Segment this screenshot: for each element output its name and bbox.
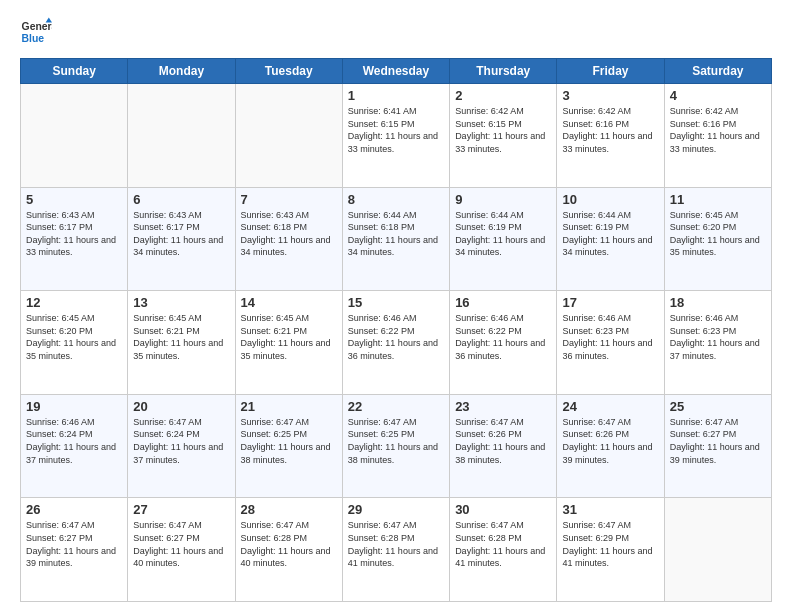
- day-number: 22: [348, 399, 444, 414]
- day-info: Sunrise: 6:44 AM Sunset: 6:19 PM Dayligh…: [562, 209, 658, 259]
- day-number: 12: [26, 295, 122, 310]
- calendar-cell: 30Sunrise: 6:47 AM Sunset: 6:28 PM Dayli…: [450, 498, 557, 602]
- day-info: Sunrise: 6:47 AM Sunset: 6:26 PM Dayligh…: [562, 416, 658, 466]
- calendar-week-row: 26Sunrise: 6:47 AM Sunset: 6:27 PM Dayli…: [21, 498, 772, 602]
- day-info: Sunrise: 6:47 AM Sunset: 6:28 PM Dayligh…: [455, 519, 551, 569]
- day-number: 13: [133, 295, 229, 310]
- calendar-cell: 17Sunrise: 6:46 AM Sunset: 6:23 PM Dayli…: [557, 291, 664, 395]
- day-number: 31: [562, 502, 658, 517]
- weekday-header: Thursday: [450, 59, 557, 84]
- calendar-cell: 15Sunrise: 6:46 AM Sunset: 6:22 PM Dayli…: [342, 291, 449, 395]
- calendar-cell: 25Sunrise: 6:47 AM Sunset: 6:27 PM Dayli…: [664, 394, 771, 498]
- day-number: 1: [348, 88, 444, 103]
- calendar-cell: [235, 84, 342, 188]
- weekday-header-row: SundayMondayTuesdayWednesdayThursdayFrid…: [21, 59, 772, 84]
- day-info: Sunrise: 6:46 AM Sunset: 6:22 PM Dayligh…: [455, 312, 551, 362]
- calendar-cell: 20Sunrise: 6:47 AM Sunset: 6:24 PM Dayli…: [128, 394, 235, 498]
- day-number: 25: [670, 399, 766, 414]
- day-info: Sunrise: 6:47 AM Sunset: 6:26 PM Dayligh…: [455, 416, 551, 466]
- calendar-table: SundayMondayTuesdayWednesdayThursdayFrid…: [20, 58, 772, 602]
- day-info: Sunrise: 6:42 AM Sunset: 6:16 PM Dayligh…: [562, 105, 658, 155]
- day-number: 26: [26, 502, 122, 517]
- calendar-cell: 22Sunrise: 6:47 AM Sunset: 6:25 PM Dayli…: [342, 394, 449, 498]
- day-info: Sunrise: 6:45 AM Sunset: 6:20 PM Dayligh…: [670, 209, 766, 259]
- day-info: Sunrise: 6:44 AM Sunset: 6:19 PM Dayligh…: [455, 209, 551, 259]
- weekday-header: Monday: [128, 59, 235, 84]
- calendar-cell: [664, 498, 771, 602]
- calendar-week-row: 19Sunrise: 6:46 AM Sunset: 6:24 PM Dayli…: [21, 394, 772, 498]
- calendar-cell: 4Sunrise: 6:42 AM Sunset: 6:16 PM Daylig…: [664, 84, 771, 188]
- day-info: Sunrise: 6:41 AM Sunset: 6:15 PM Dayligh…: [348, 105, 444, 155]
- calendar-cell: 2Sunrise: 6:42 AM Sunset: 6:15 PM Daylig…: [450, 84, 557, 188]
- day-number: 29: [348, 502, 444, 517]
- day-info: Sunrise: 6:47 AM Sunset: 6:27 PM Dayligh…: [133, 519, 229, 569]
- day-number: 21: [241, 399, 337, 414]
- day-number: 2: [455, 88, 551, 103]
- calendar-cell: 7Sunrise: 6:43 AM Sunset: 6:18 PM Daylig…: [235, 187, 342, 291]
- day-info: Sunrise: 6:43 AM Sunset: 6:18 PM Dayligh…: [241, 209, 337, 259]
- day-number: 11: [670, 192, 766, 207]
- day-info: Sunrise: 6:43 AM Sunset: 6:17 PM Dayligh…: [26, 209, 122, 259]
- calendar-cell: 31Sunrise: 6:47 AM Sunset: 6:29 PM Dayli…: [557, 498, 664, 602]
- calendar-week-row: 5Sunrise: 6:43 AM Sunset: 6:17 PM Daylig…: [21, 187, 772, 291]
- calendar-cell: 8Sunrise: 6:44 AM Sunset: 6:18 PM Daylig…: [342, 187, 449, 291]
- day-number: 5: [26, 192, 122, 207]
- day-number: 30: [455, 502, 551, 517]
- weekday-header: Tuesday: [235, 59, 342, 84]
- day-number: 4: [670, 88, 766, 103]
- logo: General Blue: [20, 16, 52, 48]
- day-info: Sunrise: 6:42 AM Sunset: 6:15 PM Dayligh…: [455, 105, 551, 155]
- weekday-header: Sunday: [21, 59, 128, 84]
- day-number: 20: [133, 399, 229, 414]
- day-number: 6: [133, 192, 229, 207]
- day-info: Sunrise: 6:47 AM Sunset: 6:25 PM Dayligh…: [348, 416, 444, 466]
- day-number: 23: [455, 399, 551, 414]
- day-info: Sunrise: 6:47 AM Sunset: 6:27 PM Dayligh…: [26, 519, 122, 569]
- header: General Blue: [20, 16, 772, 48]
- calendar-cell: 19Sunrise: 6:46 AM Sunset: 6:24 PM Dayli…: [21, 394, 128, 498]
- day-info: Sunrise: 6:47 AM Sunset: 6:27 PM Dayligh…: [670, 416, 766, 466]
- calendar-cell: 18Sunrise: 6:46 AM Sunset: 6:23 PM Dayli…: [664, 291, 771, 395]
- calendar-cell: 29Sunrise: 6:47 AM Sunset: 6:28 PM Dayli…: [342, 498, 449, 602]
- day-number: 24: [562, 399, 658, 414]
- day-number: 19: [26, 399, 122, 414]
- calendar-cell: 3Sunrise: 6:42 AM Sunset: 6:16 PM Daylig…: [557, 84, 664, 188]
- day-info: Sunrise: 6:45 AM Sunset: 6:20 PM Dayligh…: [26, 312, 122, 362]
- day-info: Sunrise: 6:44 AM Sunset: 6:18 PM Dayligh…: [348, 209, 444, 259]
- calendar-cell: [21, 84, 128, 188]
- day-info: Sunrise: 6:47 AM Sunset: 6:24 PM Dayligh…: [133, 416, 229, 466]
- logo-icon: General Blue: [20, 16, 52, 48]
- day-info: Sunrise: 6:47 AM Sunset: 6:28 PM Dayligh…: [241, 519, 337, 569]
- calendar-week-row: 1Sunrise: 6:41 AM Sunset: 6:15 PM Daylig…: [21, 84, 772, 188]
- calendar-cell: 27Sunrise: 6:47 AM Sunset: 6:27 PM Dayli…: [128, 498, 235, 602]
- calendar-cell: 12Sunrise: 6:45 AM Sunset: 6:20 PM Dayli…: [21, 291, 128, 395]
- day-info: Sunrise: 6:46 AM Sunset: 6:23 PM Dayligh…: [670, 312, 766, 362]
- svg-text:Blue: Blue: [22, 33, 45, 44]
- day-number: 3: [562, 88, 658, 103]
- calendar-cell: 28Sunrise: 6:47 AM Sunset: 6:28 PM Dayli…: [235, 498, 342, 602]
- svg-marker-2: [46, 18, 52, 23]
- day-number: 16: [455, 295, 551, 310]
- weekday-header: Saturday: [664, 59, 771, 84]
- calendar-cell: 14Sunrise: 6:45 AM Sunset: 6:21 PM Dayli…: [235, 291, 342, 395]
- calendar-cell: 9Sunrise: 6:44 AM Sunset: 6:19 PM Daylig…: [450, 187, 557, 291]
- day-info: Sunrise: 6:46 AM Sunset: 6:23 PM Dayligh…: [562, 312, 658, 362]
- weekday-header: Friday: [557, 59, 664, 84]
- page: General Blue SundayMondayTuesdayWednesda…: [0, 0, 792, 612]
- calendar-cell: 6Sunrise: 6:43 AM Sunset: 6:17 PM Daylig…: [128, 187, 235, 291]
- day-number: 18: [670, 295, 766, 310]
- svg-text:General: General: [22, 21, 52, 32]
- day-number: 7: [241, 192, 337, 207]
- day-info: Sunrise: 6:46 AM Sunset: 6:22 PM Dayligh…: [348, 312, 444, 362]
- day-number: 27: [133, 502, 229, 517]
- calendar-cell: 10Sunrise: 6:44 AM Sunset: 6:19 PM Dayli…: [557, 187, 664, 291]
- calendar-cell: [128, 84, 235, 188]
- day-number: 9: [455, 192, 551, 207]
- calendar-cell: 24Sunrise: 6:47 AM Sunset: 6:26 PM Dayli…: [557, 394, 664, 498]
- day-number: 10: [562, 192, 658, 207]
- calendar-cell: 1Sunrise: 6:41 AM Sunset: 6:15 PM Daylig…: [342, 84, 449, 188]
- day-number: 8: [348, 192, 444, 207]
- day-info: Sunrise: 6:45 AM Sunset: 6:21 PM Dayligh…: [241, 312, 337, 362]
- day-info: Sunrise: 6:47 AM Sunset: 6:29 PM Dayligh…: [562, 519, 658, 569]
- calendar-cell: 16Sunrise: 6:46 AM Sunset: 6:22 PM Dayli…: [450, 291, 557, 395]
